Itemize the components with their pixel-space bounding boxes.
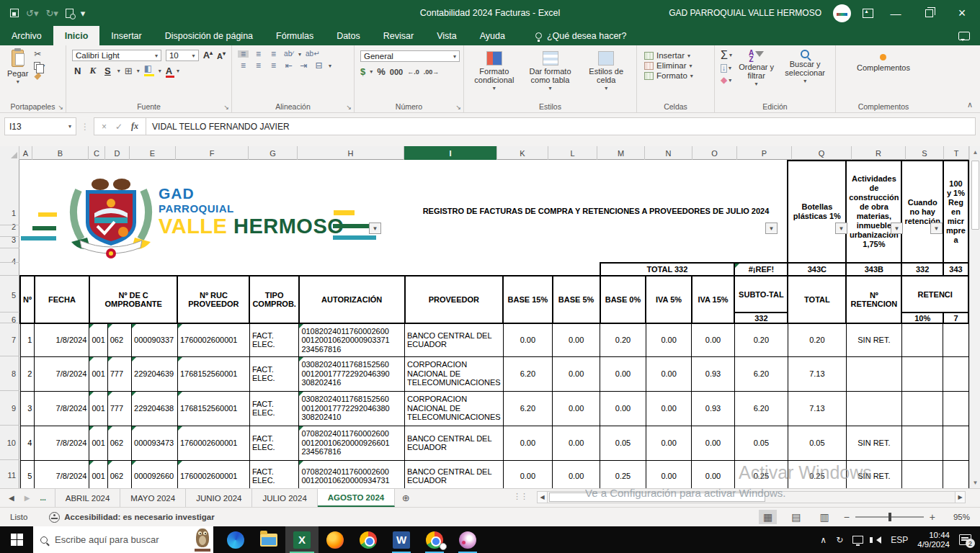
collapse-ribbon-icon[interactable]: ∧ <box>967 100 973 109</box>
total-332-cell[interactable]: TOTAL 332 <box>600 263 735 276</box>
bold-button[interactable]: N <box>72 66 83 76</box>
vertical-scroll-thumb[interactable] <box>971 161 979 230</box>
conditional-formatting-button[interactable]: Formato condicional▾ <box>467 51 522 93</box>
col-note-s[interactable]: Cuando no hay retención <box>901 161 943 263</box>
data-row-1-d[interactable]: 062 <box>107 323 131 356</box>
increase-font-icon[interactable]: A▴ <box>203 50 213 60</box>
borders-icon[interactable]: ⊞ <box>125 66 133 76</box>
delete-cells-button[interactable]: Eliminar▾ <box>644 61 707 70</box>
data-row-5-n[interactable]: 5 <box>20 460 35 488</box>
header-base15[interactable]: BASE 15% <box>503 276 553 323</box>
data-row-1-base5[interactable]: 0.00 <box>553 323 600 356</box>
data-row-1-tipo[interactable]: FACT. ELEC. <box>249 323 299 356</box>
taskbar-edge-icon[interactable] <box>219 526 252 553</box>
sheet-tab-julio-2024[interactable]: JULIO 2024 <box>252 489 317 507</box>
data-row-2-ruc[interactable]: 1768152560001 <box>177 356 249 391</box>
horizontal-scrollbar[interactable]: ◀ ▶ <box>537 491 966 503</box>
data-row-3-sub[interactable]: 6.20 <box>734 391 788 426</box>
data-row-5-d[interactable]: 062 <box>107 460 131 488</box>
menu-tab-archivo[interactable]: Archivo <box>0 26 53 45</box>
zoom-level[interactable]: 95% <box>945 513 970 521</box>
taskbar-chrome-icon[interactable] <box>352 526 385 553</box>
header-subtotal-332[interactable]: 332 <box>734 313 788 323</box>
data-row-3-total[interactable]: 7.13 <box>788 391 846 426</box>
row-header-8[interactable]: 8 <box>12 369 16 378</box>
cell-332[interactable]: 332 <box>901 263 943 276</box>
accessibility-status[interactable]: Accesibilidad: es necesario investigar <box>49 512 214 523</box>
data-row-5-s[interactable] <box>901 460 943 488</box>
data-row-1-n[interactable]: 1 <box>20 323 35 356</box>
tray-network-icon[interactable] <box>852 536 863 544</box>
data-row-4-ruc[interactable]: 1760002600001 <box>177 426 249 460</box>
cut-button[interactable]: ✂ <box>34 50 45 59</box>
scroll-right-icon[interactable]: ▶ <box>955 491 966 503</box>
customize-qat-icon[interactable]: ▾ <box>81 8 86 19</box>
data-row-3-base5[interactable]: 0.00 <box>553 391 600 426</box>
data-row-3-t[interactable] <box>943 391 968 426</box>
filter-dropdown-icon[interactable]: ▼ <box>835 222 847 234</box>
header-tipo[interactable]: TIPO COMPROB. <box>249 276 299 323</box>
data-row-3-base15[interactable]: 6.20 <box>503 391 553 426</box>
align-right-icon[interactable]: ≡ <box>268 62 279 69</box>
data-row-1-c[interactable]: 001 <box>89 323 107 356</box>
cell-343b[interactable]: 343B <box>846 263 901 276</box>
cell-343[interactable]: 343 <box>943 263 968 276</box>
data-row-2-prov[interactable]: CORPORACION NACIONAL DE TELECOMUNICACION… <box>405 356 504 391</box>
column-header-K[interactable]: K <box>497 146 548 160</box>
page-break-view-icon[interactable]: ▥ <box>815 510 833 524</box>
align-middle-icon[interactable]: ≡ <box>253 50 264 58</box>
data-row-5-e[interactable]: 000092660 <box>132 460 178 488</box>
cell[interactable] <box>405 263 504 276</box>
data-row-5-base0[interactable]: 0.25 <box>600 460 646 488</box>
data-row-3-c[interactable]: 001 <box>89 391 107 426</box>
column-header-I[interactable]: I <box>404 146 497 160</box>
column-header-B[interactable]: B <box>32 146 89 160</box>
data-row-1-ruc[interactable]: 1760002600001 <box>177 323 249 356</box>
currency-format-icon[interactable]: $ <box>360 66 365 77</box>
header-autorizacion[interactable]: AUTORIZACIÓN <box>299 276 405 323</box>
sort-filter-button[interactable]: AZ Ordenar y filtrar▾ <box>735 50 778 89</box>
confirm-entry-icon[interactable]: ✓ <box>115 122 122 132</box>
column-header-N[interactable]: N <box>645 146 692 160</box>
taskbar-firefox-icon[interactable] <box>318 526 352 553</box>
format-cells-button[interactable]: Formato▾ <box>644 71 707 80</box>
filter-dropdown-icon[interactable]: ▼ <box>765 222 778 234</box>
data-row-5-base15[interactable]: 0.00 <box>503 460 553 488</box>
vertical-scrollbar[interactable]: ▲ ▼ <box>969 146 980 488</box>
save-icon[interactable] <box>10 9 19 17</box>
zoom-out-icon[interactable]: − <box>844 511 850 523</box>
new-sheet-icon[interactable]: ⊕ <box>395 489 416 507</box>
filter-dropdown-icon[interactable]: ▼ <box>369 222 381 234</box>
row-header-10[interactable]: 10 <box>7 439 16 447</box>
data-row-5-tipo[interactable]: FACT. ELEC. <box>249 460 299 488</box>
data-row-2-fecha[interactable]: 7/8/2024 <box>35 356 89 391</box>
name-box[interactable]: I13▾ <box>4 117 76 135</box>
data-row-4-iva15[interactable]: 0.00 <box>692 426 735 460</box>
taskbar-search[interactable]: Escribe aquí para buscar <box>33 526 213 553</box>
decrease-indent-icon[interactable]: ⇤ <box>283 62 294 69</box>
data-row-2-iva15[interactable]: 0.93 <box>692 356 735 391</box>
data-row-1-sub[interactable]: 0.20 <box>734 323 788 356</box>
col-note-r[interactable]: Actividades de construcción de obra mate… <box>846 161 901 263</box>
increase-decimal-icon[interactable]: ←.0 <box>407 68 419 76</box>
data-row-4-n[interactable]: 4 <box>20 426 35 460</box>
comma-format-icon[interactable]: 000 <box>390 68 403 76</box>
zoom-slider[interactable] <box>855 516 924 518</box>
close-button[interactable]: × <box>951 6 973 21</box>
taskbar-chrome-shortcut-icon[interactable] <box>418 526 451 553</box>
data-row-4-base15[interactable]: 0.00 <box>503 426 553 460</box>
data-row-5-sub[interactable]: 0.25 <box>734 460 788 488</box>
menu-tab-revisar[interactable]: Revisar <box>372 26 425 45</box>
number-format-select[interactable]: General▾ <box>360 50 460 62</box>
account-name[interactable]: GAD PARROQUIAL VALLE HERMOSO <box>669 8 821 18</box>
insert-function-icon[interactable]: fx <box>131 121 138 132</box>
data-row-2-sub[interactable]: 6.20 <box>734 356 788 391</box>
row-header-4[interactable]: 4 <box>12 257 16 266</box>
row-header-5[interactable]: 5 <box>12 291 16 300</box>
data-row-4-d[interactable]: 062 <box>107 426 131 460</box>
column-header-F[interactable]: F <box>176 146 249 160</box>
align-left-icon[interactable]: ≡ <box>238 62 249 69</box>
data-row-3-aut[interactable]: 03082024011768152560 0012001777229204638… <box>299 391 405 426</box>
data-row-4-c[interactable]: 001 <box>89 426 107 460</box>
data-row-3-base0[interactable]: 0.00 <box>600 391 646 426</box>
